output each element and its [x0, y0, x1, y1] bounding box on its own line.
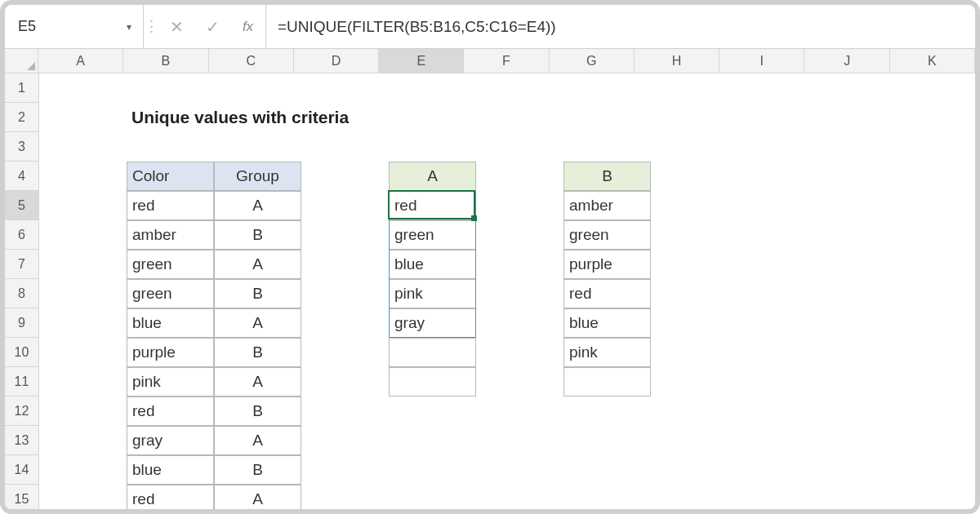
result-a-cell[interactable]	[389, 338, 476, 367]
col-header-B[interactable]: B	[123, 49, 208, 73]
name-box-container: E5 ▾	[5, 5, 144, 48]
table-row[interactable]: blue	[127, 308, 214, 338]
col-header-A[interactable]: A	[38, 49, 123, 73]
col-header-H[interactable]: H	[635, 49, 719, 73]
table-row[interactable]: red	[127, 397, 214, 426]
insert-function-icon[interactable]: fx	[230, 5, 266, 48]
cell-value: A	[252, 255, 263, 273]
title-cell[interactable]: Unique values with criteria	[127, 103, 476, 132]
enter-icon[interactable]: ✓	[194, 5, 230, 48]
table-row[interactable]: A	[214, 426, 301, 455]
cell-value: B	[252, 226, 263, 244]
row-header-11[interactable]: 11	[5, 367, 38, 397]
table-row[interactable]: B	[214, 397, 301, 426]
row-header-9[interactable]: 9	[5, 308, 38, 338]
result-b-cell[interactable]: purple	[564, 250, 651, 279]
row-header-6[interactable]: 6	[5, 220, 38, 250]
cell-value: B	[252, 285, 263, 303]
cell-value: B	[252, 343, 263, 361]
result-b-cell[interactable]: green	[564, 220, 651, 250]
table-row[interactable]: A	[214, 191, 301, 220]
row-header-2[interactable]: 2	[5, 103, 38, 132]
cells-area[interactable]: Unique values with criteriaColorGroupred…	[39, 73, 975, 509]
result-b-cell[interactable]: red	[564, 279, 651, 308]
cell-value: A	[252, 432, 263, 450]
col-header-F[interactable]: F	[464, 49, 549, 73]
cell-value: B	[602, 167, 612, 185]
cell-value: A	[252, 197, 263, 215]
table-header-color[interactable]: Color	[127, 162, 214, 191]
cell-value: gray	[132, 432, 163, 450]
col-header-G[interactable]: G	[550, 49, 635, 73]
cell-value: Unique values with criteria	[131, 108, 349, 127]
table-row[interactable]: B	[214, 220, 301, 250]
col-header-C[interactable]: C	[209, 49, 294, 73]
table-row[interactable]: A	[214, 308, 301, 338]
table-row[interactable]: A	[214, 367, 301, 397]
row-header-4[interactable]: 4	[5, 162, 38, 191]
cell-value: red	[394, 197, 416, 215]
cell-value: pink	[569, 343, 598, 361]
row-header-3[interactable]: 3	[5, 132, 38, 162]
cell-value: purple	[569, 255, 612, 273]
cancel-icon[interactable]: ✕	[158, 5, 194, 48]
table-row[interactable]: green	[127, 250, 214, 279]
row-header-8[interactable]: 8	[5, 279, 38, 308]
formula-bar: E5 ▾ ⋮ ✕ ✓ fx =UNIQUE(FILTER(B5:B16,C5:C…	[5, 5, 975, 49]
cell-value: red	[132, 197, 154, 215]
result-a-cell[interactable]: green	[389, 220, 476, 250]
table-header-group[interactable]: Group	[214, 162, 301, 191]
row-header-14[interactable]: 14	[5, 455, 38, 485]
row-header-1[interactable]: 1	[5, 73, 38, 103]
table-row[interactable]: gray	[127, 426, 214, 455]
result-a-cell[interactable]: blue	[389, 250, 476, 279]
cell-value: blue	[132, 461, 162, 479]
table-row[interactable]: A	[214, 250, 301, 279]
result-b-cell[interactable]: amber	[564, 191, 651, 220]
row-header-13[interactable]: 13	[5, 426, 38, 455]
result-b-cell[interactable]: pink	[564, 338, 651, 367]
table-row[interactable]: A	[214, 485, 301, 514]
table-row[interactable]: B	[214, 338, 301, 367]
cell-value: green	[394, 226, 434, 244]
result-a-cell[interactable]: gray	[389, 308, 476, 338]
result-b-cell[interactable]	[564, 367, 651, 397]
table-row[interactable]: green	[127, 279, 214, 308]
result-a-cell[interactable]: pink	[389, 279, 476, 308]
table-row[interactable]: B	[214, 455, 301, 485]
col-header-D[interactable]: D	[294, 49, 379, 73]
cell-value: B	[252, 461, 263, 479]
select-all-corner[interactable]	[5, 49, 38, 73]
col-header-E[interactable]: E	[379, 49, 464, 73]
formula-input[interactable]: =UNIQUE(FILTER(B5:B16,C5:C16=E4))	[266, 5, 975, 48]
result-a-cell[interactable]	[389, 367, 476, 397]
table-row[interactable]: purple	[127, 338, 214, 367]
result-b-header[interactable]: B	[564, 162, 651, 191]
col-header-I[interactable]: I	[719, 49, 804, 73]
table-row[interactable]: blue	[127, 455, 214, 485]
table-row[interactable]: red	[127, 191, 214, 220]
table-row[interactable]: red	[127, 485, 214, 514]
row-header-5[interactable]: 5	[5, 191, 38, 220]
cell-value: purple	[132, 343, 176, 361]
table-row[interactable]: B	[214, 279, 301, 308]
row-header-15[interactable]: 15	[5, 485, 38, 514]
cell-value: red	[132, 402, 154, 420]
row-header-12[interactable]: 12	[5, 397, 38, 426]
row-header-10[interactable]: 10	[5, 338, 38, 367]
worksheet-grid[interactable]: ABCDEFGHIJK 123456789101112131415 Unique…	[5, 49, 975, 509]
cell-value: blue	[569, 314, 599, 332]
row-header-7[interactable]: 7	[5, 250, 38, 279]
cell-value: pink	[394, 285, 423, 303]
cell-value: pink	[132, 373, 161, 391]
col-header-K[interactable]: K	[890, 49, 975, 73]
table-row[interactable]: pink	[127, 367, 214, 397]
name-box[interactable]: E5	[13, 15, 120, 38]
cell-value: blue	[132, 314, 162, 332]
result-a-header[interactable]: A	[389, 162, 476, 191]
result-b-cell[interactable]: blue	[564, 308, 651, 338]
name-box-dropdown-icon[interactable]: ▾	[120, 18, 138, 36]
table-row[interactable]: amber	[127, 220, 214, 250]
col-header-J[interactable]: J	[804, 49, 889, 73]
result-a-cell[interactable]: red	[389, 191, 476, 220]
